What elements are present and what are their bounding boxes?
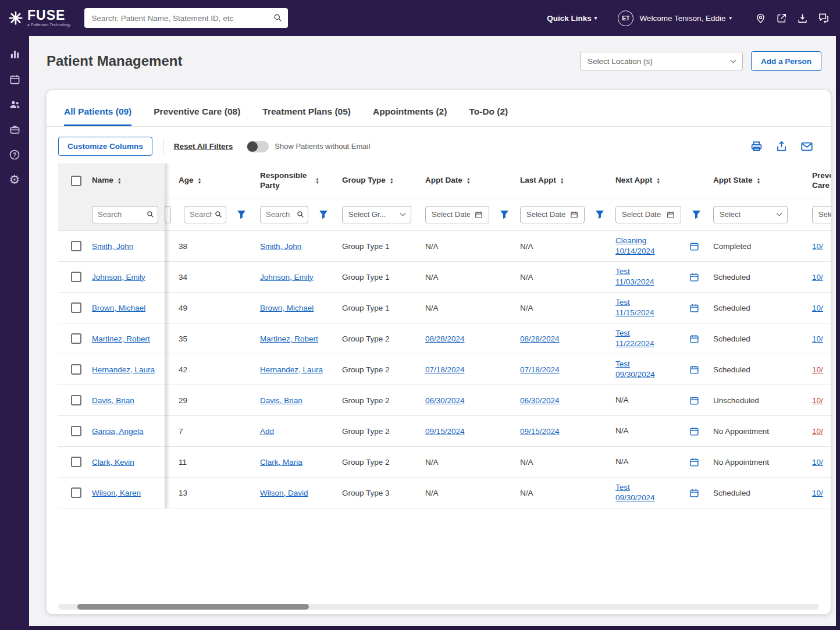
preventive-care-link[interactable]: 10/	[812, 334, 823, 343]
row-checkbox[interactable]	[71, 333, 81, 344]
appt-date-link[interactable]: 07/18/2024	[425, 365, 465, 374]
preventive-care-filter-select[interactable]: Select	[812, 206, 831, 223]
last-appt-link[interactable]: N/A	[520, 458, 533, 467]
next-appt-link[interactable]: Test09/30/2024	[615, 359, 655, 380]
preventive-care-link[interactable]: 10/	[812, 489, 823, 497]
chat-icon[interactable]	[818, 12, 830, 24]
global-search-input[interactable]	[84, 8, 288, 28]
last-appt-link[interactable]: 08/28/2024	[520, 334, 560, 343]
clipped-search-input[interactable]	[165, 206, 171, 223]
calendar-icon[interactable]	[689, 241, 699, 251]
row-checkbox[interactable]	[71, 487, 81, 498]
preventive-care-link[interactable]: 10/	[812, 396, 823, 405]
customize-columns-button[interactable]: Customize Columns	[58, 137, 152, 156]
brand-logo[interactable]: FUSE a Patterson Technology	[8, 9, 70, 27]
sort-icon[interactable]: ▲▼	[315, 177, 319, 184]
last-appt-link[interactable]: N/A	[520, 304, 533, 312]
sort-icon[interactable]: ▲▼	[198, 177, 202, 184]
patient-name-link[interactable]: Wilson, Karen	[92, 489, 141, 497]
sidebar-item-help[interactable]: ?	[0, 142, 29, 167]
filter-funnel-icon[interactable]	[692, 210, 701, 219]
responsible-party-link[interactable]: Clark, Maria	[260, 458, 302, 467]
last-appt-link[interactable]: 06/30/2024	[520, 396, 560, 405]
export-icon[interactable]	[797, 13, 808, 24]
row-checkbox[interactable]	[71, 302, 81, 313]
sidebar-item-patients[interactable]	[0, 92, 29, 117]
sort-icon[interactable]: ▲▼	[656, 177, 660, 184]
calendar-icon[interactable]	[689, 272, 699, 282]
next-appt-link[interactable]: Test11/15/2024	[615, 297, 654, 318]
patient-name-link[interactable]: Brown, Michael	[92, 304, 145, 312]
appt-state-filter-select[interactable]: Select	[713, 206, 788, 223]
search-icon[interactable]	[273, 13, 282, 22]
reset-all-filters-link[interactable]: Reset All Filters	[174, 142, 233, 151]
sidebar-item-settings[interactable]: ⚙	[0, 167, 29, 192]
responsible-party-link[interactable]: Hernandez, Laura	[260, 365, 323, 374]
calendar-icon[interactable]	[689, 303, 699, 313]
open-new-icon[interactable]	[776, 13, 787, 24]
patient-name-link[interactable]: Smith, John	[92, 242, 133, 251]
group-type-filter-select[interactable]: Select Gr...	[342, 206, 411, 223]
last-appt-link[interactable]: N/A	[520, 242, 533, 251]
appt-date-link[interactable]: 09/15/2024	[425, 427, 465, 436]
sidebar-item-dashboard[interactable]	[0, 42, 29, 67]
appt-date-link[interactable]: N/A	[425, 242, 439, 251]
patient-name-link[interactable]: Johnson, Emily	[92, 273, 145, 282]
email-icon[interactable]	[800, 140, 813, 153]
avatar[interactable]: ET	[618, 10, 633, 26]
preventive-care-link[interactable]: 10/	[812, 365, 823, 374]
appt-date-link[interactable]: 08/28/2024	[425, 334, 465, 343]
appt-date-link[interactable]: N/A	[425, 304, 439, 312]
sort-icon[interactable]: ▲▼	[390, 177, 394, 184]
calendar-icon[interactable]	[689, 365, 699, 375]
add-person-button[interactable]: Add a Person	[751, 51, 821, 71]
filter-funnel-icon[interactable]	[237, 210, 246, 219]
appt-date-link[interactable]: N/A	[425, 489, 439, 497]
preventive-care-link[interactable]: 10/	[812, 427, 823, 436]
appt-date-link[interactable]: N/A	[425, 458, 439, 467]
last-appt-link[interactable]: N/A	[520, 489, 533, 497]
sort-icon[interactable]: ▲▼	[560, 177, 564, 184]
sort-icon[interactable]: ▲▼	[757, 177, 761, 184]
responsible-party-link[interactable]: Add	[260, 427, 274, 436]
responsible-party-link[interactable]: Davis, Brian	[260, 396, 302, 405]
user-menu[interactable]: Welcome Tenison, Eddie ▾	[639, 14, 732, 23]
responsible-party-link[interactable]: Wilson, David	[260, 489, 308, 497]
tab-appointments[interactable]: Appointments (2)	[373, 106, 447, 126]
preventive-care-link[interactable]: 10/	[812, 273, 823, 282]
tab-treatment-plans[interactable]: Treatment Plans (05)	[262, 106, 351, 126]
next-appt-link[interactable]: Test09/30/2024	[615, 482, 655, 503]
next-appt-link[interactable]: Cleaning10/14/2024	[615, 236, 655, 257]
last-appt-link[interactable]: 09/15/2024	[520, 427, 560, 436]
location-icon[interactable]	[755, 13, 766, 24]
row-checkbox[interactable]	[71, 426, 81, 436]
next-appt-filter-select[interactable]: Select Date	[615, 206, 681, 223]
patient-name-link[interactable]: Davis, Brian	[92, 396, 134, 405]
last-appt-link[interactable]: 07/18/2024	[520, 365, 560, 374]
responsible-party-link[interactable]: Martinez, Robert	[260, 334, 318, 343]
calendar-icon[interactable]	[689, 488, 699, 498]
preventive-care-link[interactable]: 10/	[812, 242, 823, 251]
row-checkbox[interactable]	[71, 395, 81, 405]
tab-preventive-care[interactable]: Preventive Care (08)	[154, 106, 240, 126]
scrollbar-thumb[interactable]	[77, 604, 309, 610]
appt-date-link[interactable]: 06/30/2024	[425, 396, 465, 405]
calendar-icon[interactable]	[689, 334, 699, 344]
calendar-icon[interactable]	[689, 396, 699, 405]
next-appt-link[interactable]: Test11/22/2024	[615, 328, 654, 349]
sidebar-item-practice[interactable]	[0, 117, 29, 142]
appt-date-filter-select[interactable]: Select Date	[425, 206, 489, 223]
horizontal-scrollbar[interactable]	[58, 604, 819, 610]
tab-todo[interactable]: To-Do (2)	[469, 106, 508, 126]
calendar-icon[interactable]	[689, 426, 699, 436]
share-icon[interactable]	[775, 140, 788, 152]
patient-name-link[interactable]: Garcia, Angela	[92, 427, 144, 436]
select-all-checkbox[interactable]	[71, 176, 81, 186]
sort-icon[interactable]: ▲▼	[467, 177, 471, 184]
filter-funnel-icon[interactable]	[319, 210, 328, 219]
patient-name-link[interactable]: Clark, Kevin	[92, 458, 134, 467]
next-appt-link[interactable]: N/A	[615, 457, 629, 467]
preventive-care-link[interactable]: 10/	[812, 458, 823, 467]
row-checkbox[interactable]	[71, 364, 81, 375]
next-appt-link[interactable]: N/A	[615, 395, 629, 405]
